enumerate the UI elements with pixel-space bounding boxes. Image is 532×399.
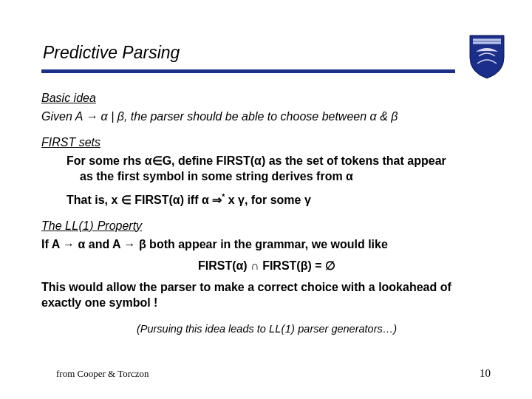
page-number: 10 (480, 367, 491, 380)
page-title: Predictive Parsing (43, 43, 180, 63)
first-head-text: FIRST sets (41, 136, 100, 149)
ll1-equation: FIRST(α) ∩ FIRST(β) = ∅ (41, 258, 492, 273)
first-def-line1a: For some rhs α∈G, define FIRST(α) as the… (66, 154, 446, 167)
first-iff-a: That is, x ∈ FIRST(α) iff α ⇒ (66, 194, 222, 206)
ll1-line2: This would allow the parser to make a co… (41, 279, 492, 310)
first-iff-line: That is, x ∈ FIRST(α) iff α ⇒* x γ, for … (66, 192, 492, 208)
footer-source: from Cooper & Torczon (56, 368, 149, 380)
note-pre: (Pursuing this idea leads to (137, 323, 269, 335)
pursuing-note: (Pursuing this idea leads to LL(1) parse… (41, 322, 492, 336)
note-sc: LL(1) (269, 323, 295, 335)
ll1-head-sc: LL(1) (65, 219, 98, 232)
note-post: parser generators…) (295, 323, 397, 335)
section-head-ll1: The LL(1) Property (41, 218, 492, 233)
first-def-line-cont: as the first symbol in some string deriv… (80, 168, 492, 184)
university-shield-icon (468, 34, 505, 80)
section-head-basic: Basic idea (41, 90, 492, 106)
title-underline (41, 69, 455, 73)
ll1-line1: If A → α and A → β both appear in the gr… (41, 236, 492, 252)
content-area: Basic idea Given A → α | β, the parser s… (41, 90, 492, 336)
basic-idea-text: Given A → α | β, the parser should be ab… (41, 109, 492, 124)
first-iff-b: x γ, for some γ (225, 194, 311, 206)
ll1-head-pre: The (41, 219, 65, 232)
section-head-first: FIRST sets (41, 134, 492, 150)
slide: Predictive Parsing Basic idea Given A → … (0, 0, 532, 399)
first-def-line: For some rhs α∈G, define FIRST(α) as the… (66, 153, 492, 168)
first-def-line1b: as the first symbol in some string deriv… (80, 170, 353, 183)
basic-idea-line: Given A → α | β, the parser should be ab… (41, 110, 398, 123)
ll1-head-post: Property (98, 219, 142, 232)
